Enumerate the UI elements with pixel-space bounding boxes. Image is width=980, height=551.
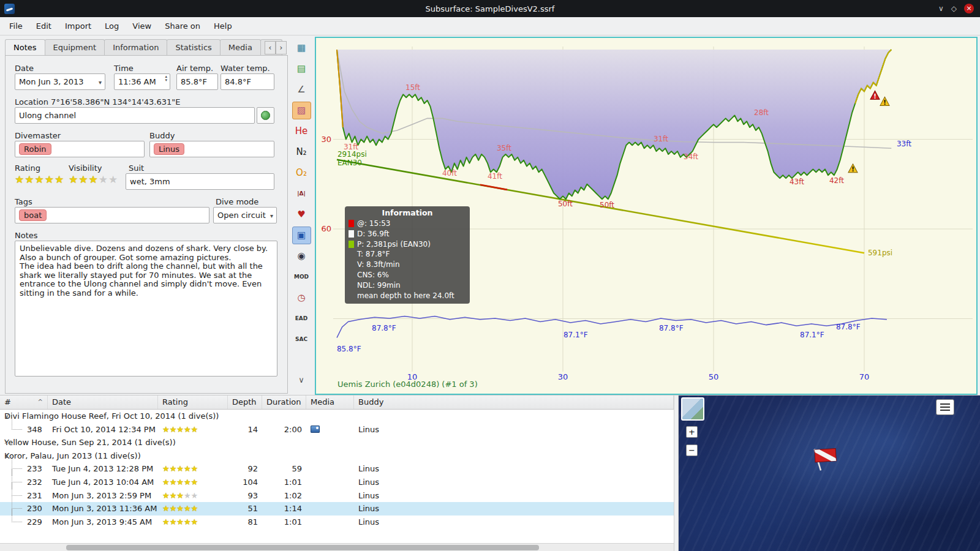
column-header-depth[interactable]: Depth — [228, 395, 262, 409]
buddy-input[interactable]: Linus — [149, 141, 274, 157]
dive-buddy: Linus — [354, 462, 674, 476]
expand-arrow-icon[interactable]: › — [4, 436, 7, 449]
divemaster-tag[interactable]: Robin — [19, 143, 51, 155]
divemaster-input[interactable]: Robin — [15, 141, 145, 157]
column-header-rating[interactable]: Rating — [158, 395, 228, 409]
visibility-label: Visibility — [69, 163, 102, 173]
menu-item-import[interactable]: Import — [58, 18, 98, 34]
tab-information[interactable]: Information — [104, 39, 167, 55]
toolbar-show-ceiling-button[interactable]: ▨ — [292, 102, 311, 119]
toolbar-oxygen-button[interactable]: O₂ — [292, 164, 311, 182]
trip-label: Yellow House, Sun Sep 21, 2014 (1 dive(s… — [4, 438, 176, 447]
panel-splitter[interactable] — [674, 395, 679, 551]
dive-row-229[interactable]: 229Mon Jun 3, 2013 9:45 AM★★★★★811:01Lin… — [0, 515, 674, 529]
collapse-arrow-icon[interactable]: ∨ — [4, 449, 9, 463]
toolbar-heart-rate-button[interactable]: ♥ — [292, 206, 311, 223]
maximize-button[interactable]: ◇ — [951, 4, 957, 13]
location-coordinates-label: Location 7°16'58.386"N 134°14'43.631"E — [15, 97, 180, 107]
scrollbar-thumb[interactable] — [66, 545, 539, 550]
toolbar-photos-button[interactable]: ▣ — [292, 227, 311, 244]
map-location-button[interactable] — [257, 107, 274, 124]
profile-info-box: Information @: 15:53D: 36.9ftP: 2,381psi… — [345, 206, 470, 304]
menu-item-view[interactable]: View — [126, 18, 158, 34]
marker-exclamation: ! — [851, 166, 854, 173]
column-header-media[interactable]: Media — [306, 395, 354, 409]
column-header-duration[interactable]: Duration — [262, 395, 306, 409]
air-temp-field[interactable]: 85.8°F — [176, 73, 218, 90]
toolbar-dive-computer-button[interactable]: ▦ — [292, 39, 311, 57]
menu-item-file[interactable]: File — [2, 18, 29, 34]
dive-date: Tue Jun 4, 2013 10:04 AM — [48, 476, 158, 489]
temperature-label: 87.1°F — [564, 331, 588, 339]
depth-label: 15ft — [405, 83, 420, 92]
tab-equipment[interactable]: Equipment — [45, 39, 105, 55]
water-temp-field[interactable]: 84.8°F — [221, 73, 274, 90]
trip-row[interactable]: ∨Divi Flamingo House Reef, Fri Oct 10, 2… — [0, 410, 674, 423]
app-window: Subsurface: SampleDivesV2.ssrf ∨ ◇ × Fil… — [0, 0, 980, 551]
trip-row[interactable]: ∨Koror, Palau, Jun 2013 (11 dive(s)) — [0, 449, 674, 463]
dive-row-231[interactable]: 231Mon Jun 3, 2013 2:59 PM★★★★★931:02Lin… — [0, 489, 674, 503]
trip-row[interactable]: ›Yellow House, Sun Sep 21, 2014 (1 dive(… — [0, 436, 674, 449]
menu-item-help[interactable]: Help — [207, 18, 239, 34]
toolbar-helium-button[interactable]: He — [292, 122, 311, 140]
collapse-arrow-icon[interactable]: ∨ — [4, 410, 9, 423]
date-label: Date — [15, 64, 34, 73]
temperature-label: 87.8°F — [372, 324, 396, 332]
tab-notes[interactable]: Notes — [5, 39, 45, 55]
dive-media — [306, 423, 354, 437]
visibility-stars[interactable]: ★★★★★ — [69, 173, 118, 186]
notes-textarea[interactable]: Unbelievable dive. Dozens and dozens of … — [15, 241, 277, 377]
column-header-date[interactable]: Date — [48, 395, 158, 409]
suit-input[interactable]: wet, 3mm — [126, 173, 274, 190]
minimize-button[interactable]: ∨ — [938, 4, 944, 13]
close-button[interactable]: × — [964, 4, 974, 13]
dive-row-230[interactable]: 230Mon Jun 3, 2013 11:36 AM★★★★★511:14Li… — [0, 502, 674, 515]
toolbar-sac-button[interactable]: SAC — [292, 331, 311, 348]
menu-item-edit[interactable]: Edit — [29, 18, 58, 34]
toolbar-collapse-button[interactable]: ∨ — [292, 371, 311, 389]
date-field[interactable]: Mon Jun 3, 2013▾ — [15, 73, 105, 90]
dive-date: Mon Jun 3, 2013 9:45 AM — [48, 515, 158, 529]
toolbar-ead-button[interactable]: EAD — [292, 310, 311, 328]
dive-buddy: Linus — [354, 515, 674, 529]
media-icon — [311, 425, 320, 433]
dive-row-232[interactable]: 232Tue Jun 4, 2013 10:04 AM★★★★★1041:01L… — [0, 476, 674, 489]
horizontal-scrollbar[interactable] — [0, 543, 674, 551]
dive-depth: 104 — [228, 476, 262, 489]
map-menu-button[interactable] — [936, 399, 954, 415]
titlebar[interactable]: Subsurface: SampleDivesV2.ssrf ∨ ◇ × — [0, 0, 980, 17]
toolbar-scale-graph-button[interactable]: ▤ — [292, 60, 311, 78]
x-tick-label: 50 — [709, 372, 719, 381]
toolbar-nitrogen-button[interactable]: N₂ — [292, 143, 311, 161]
dive-row-348[interactable]: 348Fri Oct 10, 2014 12:34 PM★★★★★142:00L… — [0, 423, 674, 437]
buddy-tag[interactable]: Linus — [154, 143, 184, 155]
tab-statistics[interactable]: Statistics — [167, 39, 220, 55]
toolbar-ruler-button[interactable]: ∠ — [292, 81, 311, 99]
tag-pill[interactable]: boat — [19, 209, 47, 221]
map-panel[interactable]: + − — [679, 395, 980, 551]
tab-media[interactable]: Media — [220, 39, 261, 55]
dive-mode-select[interactable]: Open circuit▾ — [213, 207, 277, 223]
column-header-number[interactable]: #^ — [0, 395, 48, 409]
dive-media — [306, 515, 354, 529]
dive-flag-marker[interactable] — [810, 443, 842, 473]
tab-scroll-left-button[interactable]: ‹ — [265, 41, 276, 54]
toolbar-mod-button[interactable]: MOD — [292, 268, 311, 286]
menu-item-share-on[interactable]: Share on — [158, 18, 207, 34]
column-header-buddy[interactable]: Buddy — [354, 395, 674, 409]
map-overview-thumbnail[interactable] — [681, 397, 704, 421]
dive-profile-panel[interactable]: 10305070306085.8°F87.8°F87.1°F87.8°F87.1… — [315, 37, 978, 395]
map-zoom-in-button[interactable]: + — [686, 426, 698, 438]
menu-item-log[interactable]: Log — [98, 18, 126, 34]
time-field[interactable]: 11:36 AM▴▾ — [114, 73, 170, 90]
tab-scroll-right-button[interactable]: › — [276, 41, 287, 54]
location-input[interactable]: Ulong channel — [15, 107, 255, 124]
rating-stars[interactable]: ★★★★★ — [15, 173, 64, 186]
toolbar-ndl-button[interactable]: ◷ — [292, 289, 311, 307]
toolbar-dye-button[interactable]: ◉ — [292, 247, 311, 265]
x-tick-label: 30 — [558, 372, 568, 381]
map-zoom-out-button[interactable]: − — [686, 444, 698, 456]
tags-input[interactable]: boat — [15, 207, 209, 223]
dive-row-233[interactable]: 233Tue Jun 4, 2013 12:28 PM★★★★★9259Linu… — [0, 462, 674, 476]
toolbar-tissues-button[interactable]: |Δ| — [292, 185, 311, 203]
